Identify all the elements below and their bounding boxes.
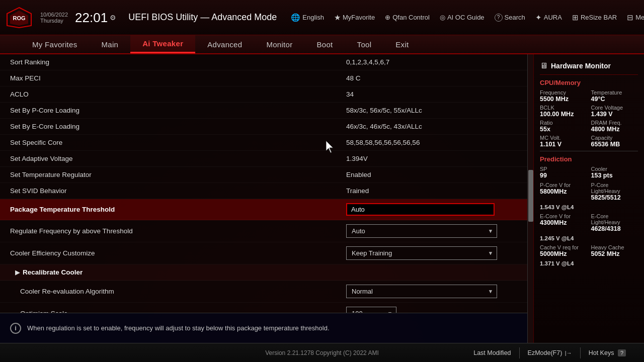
- myfavorite-label: MyFavorite: [343, 14, 375, 21]
- pkg-temp-input[interactable]: [346, 203, 495, 216]
- settings-gear-icon[interactable]: ⚙: [110, 14, 116, 21]
- optimism-scale-dropdown-wrap: 100 ▼: [346, 307, 396, 313]
- hot-keys-button[interactable]: Hot Keys ?: [581, 347, 634, 358]
- nav-qfan[interactable]: ⊕ Qfan Control: [381, 12, 434, 23]
- time-display: 22:01 ⚙: [75, 11, 116, 24]
- resizebar-icon: ⊞: [572, 13, 579, 22]
- aioc-icon: ◎: [440, 14, 445, 21]
- dram-freq-group: DRAM Freq. 4800 MHz: [591, 120, 638, 133]
- svid-label: Set SVID Behavior: [0, 185, 342, 197]
- header: ROG 10/06/2022 Thursday 22:01 ⚙ UEFI BIO…: [0, 0, 644, 35]
- temp-regulator-value: Enabled: [342, 169, 533, 180]
- freq-label: Frequency 5500 MHz: [540, 89, 587, 103]
- ezmode-button[interactable]: EzMode(F7) |→: [520, 347, 581, 358]
- temp-regulator-label: Set Temperature Regulator: [0, 169, 342, 180]
- memtest-icon: ⊟: [627, 13, 633, 22]
- table-row: ACLO 34: [0, 86, 533, 103]
- recalibrate-cooler-label: ▶ Recalibrate Cooler: [0, 266, 342, 278]
- hw-header: 🖥 Hardware Monitor: [540, 59, 638, 75]
- info-bar: i When regulation is set to enable, freq…: [0, 313, 533, 343]
- hw-divider: [540, 151, 638, 151]
- nav-item-favorites[interactable]: My Favorites: [20, 35, 89, 53]
- table-row: Set Specific Core 58,58,58,56,56,56,56,5…: [0, 135, 533, 151]
- cooler-eff-select[interactable]: Keep Training Enabled Disabled: [346, 246, 497, 260]
- monitor-screen-icon: 🖥: [540, 61, 548, 70]
- cooler-reval-dropdown-wrap: Normal Aggressive Conservative ▼: [346, 285, 497, 298]
- e-core-label: Set By E-Core Loading: [0, 121, 342, 132]
- ezmode-label: EzMode(F7): [528, 349, 562, 356]
- nav-memtest[interactable]: ⊟ MemTest86: [623, 11, 644, 24]
- info-icon: i: [10, 323, 21, 334]
- bclk-group: BCLK 100.00 MHz: [540, 105, 587, 118]
- hot-keys-icon: ?: [618, 349, 626, 356]
- nav-item-tool[interactable]: Tool: [345, 35, 384, 53]
- prediction-sp-cooler: SP 99 Cooler 153 pts: [540, 166, 638, 179]
- specific-core-label: Set Specific Core: [0, 137, 342, 148]
- max-peci-value: 48 C: [342, 72, 533, 84]
- table-row: Set Adaptive Voltage 1.394V: [0, 151, 533, 167]
- nav-item-ai-tweaker[interactable]: Ai Tweaker: [130, 35, 195, 53]
- info-text: When regulation is set to enable, freque…: [27, 324, 330, 332]
- cooler-reval-value: Normal Aggressive Conservative ▼: [342, 283, 533, 300]
- optimism-scale-select[interactable]: 100: [346, 307, 396, 313]
- nav-item-exit[interactable]: Exit: [383, 35, 421, 53]
- hardware-monitor-panel: 🖥 Hardware Monitor CPU/Memory Frequency …: [533, 54, 644, 343]
- settings-panel: Sort Ranking 0,1,2,3,4,5,6,7 Max PECI 48…: [0, 54, 533, 343]
- language-icon: 🌐: [291, 13, 300, 22]
- cooler-reval-label: Cooler Re-evaluation Algorithm: [0, 286, 342, 297]
- resizebar-label: ReSize BAR: [581, 14, 617, 21]
- nav-resizebar[interactable]: ⊞ ReSize BAR: [568, 11, 621, 24]
- footer: Version 2.21.1278 Copyright (C) 2022 AMI…: [0, 343, 644, 362]
- sp-group: SP 99: [540, 166, 587, 179]
- ecore-v-row: E-Core V for 4300MHz E-Core Light/Heavy …: [540, 213, 638, 241]
- rog-logo-icon: ROG: [6, 7, 32, 29]
- cooler-eff-row: Cooler Efficiency Customize Keep Trainin…: [0, 242, 533, 264]
- capacity-group: Capacity 65536 MB: [591, 135, 638, 148]
- nav-aura[interactable]: ✦ AURA: [531, 11, 566, 24]
- optimism-scale-value: 100 ▼: [342, 305, 533, 313]
- date-label: 10/06/2022: [40, 12, 68, 18]
- nav-myfavorite[interactable]: ★ MyFavorite: [330, 11, 379, 24]
- reg-freq-value: Auto Manual ▼: [342, 222, 533, 240]
- search-icon: ?: [495, 14, 503, 22]
- reg-freq-row: Regulate Frequency by above Threshold Au…: [0, 220, 533, 242]
- adaptive-voltage-value: 1.394V: [342, 153, 533, 164]
- table-row: Set By P-Core Loading 58x/3c, 56x/5c, 55…: [0, 103, 533, 119]
- aclo-value: 34: [342, 88, 533, 100]
- aioc-label: AI OC Guide: [447, 14, 485, 21]
- collapse-arrow-icon: ▶: [15, 269, 20, 276]
- nav-item-boot[interactable]: Boot: [305, 35, 345, 53]
- recalibrate-cooler-value: [342, 270, 533, 275]
- scrollbar-thumb[interactable]: [528, 170, 533, 222]
- footer-version: Version 2.21.1278 Copyright (C) 2022 AMI: [265, 349, 378, 356]
- cooler-reval-select[interactable]: Normal Aggressive Conservative: [346, 285, 497, 298]
- scrollbar-track[interactable]: [527, 54, 533, 343]
- nav-language[interactable]: 🌐 English: [287, 11, 328, 24]
- nav-aioc[interactable]: ◎ AI OC Guide: [436, 12, 489, 23]
- memtest-label: MemTest86: [635, 14, 644, 21]
- prediction-title: Prediction: [540, 155, 638, 163]
- settings-table: Sort Ranking 0,1,2,3,4,5,6,7 Max PECI 48…: [0, 54, 533, 313]
- optimism-scale-label: Optimism Scale: [0, 308, 342, 313]
- sort-ranking-label: Sort Ranking: [0, 56, 342, 68]
- adaptive-voltage-label: Set Adaptive Voltage: [0, 153, 342, 164]
- table-row: Set Temperature Regulator Enabled: [0, 167, 533, 183]
- recalibrate-cooler-row[interactable]: ▶ Recalibrate Cooler: [0, 264, 533, 281]
- aura-label: AURA: [544, 14, 562, 21]
- nav-item-main[interactable]: Main: [89, 35, 130, 53]
- nav-item-advanced[interactable]: Advanced: [195, 35, 254, 53]
- nav-item-monitor[interactable]: Monitor: [254, 35, 304, 53]
- core-voltage-group: Core Voltage 1.439 V: [591, 105, 638, 118]
- ratio-group: Ratio 55x: [540, 120, 587, 133]
- pcore-v-row: P-Core V for 5800MHz P-Core Light/Heavy …: [540, 182, 638, 210]
- table-row: Sort Ranking 0,1,2,3,4,5,6,7: [0, 54, 533, 70]
- cooler-reval-row: Cooler Re-evaluation Algorithm Normal Ag…: [0, 281, 533, 303]
- last-modified-button[interactable]: Last Modified: [465, 347, 519, 358]
- pkg-temp-value: [342, 201, 533, 218]
- cpu-memory-title: CPU/Memory: [540, 79, 638, 86]
- reg-freq-select[interactable]: Auto Manual: [346, 224, 497, 238]
- aclo-label: ACLO: [0, 88, 342, 100]
- ezmode-key-icon: |→: [565, 350, 572, 356]
- nav-search[interactable]: ? Search: [491, 12, 529, 24]
- cooler-eff-label: Cooler Efficiency Customize: [0, 247, 342, 259]
